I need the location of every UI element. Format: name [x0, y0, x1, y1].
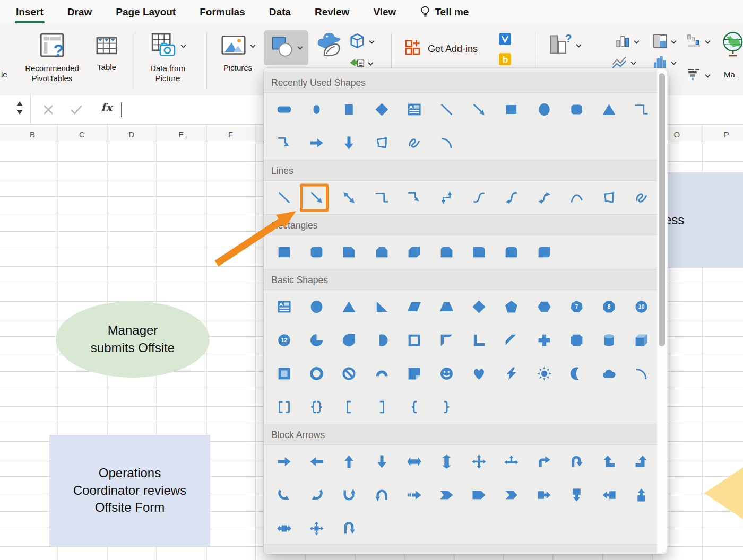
shape-rectangle-2[interactable]: [495, 93, 528, 126]
shape-dodecagon[interactable]: 12: [268, 323, 300, 357]
dropdown-scrollbar[interactable]: [657, 69, 667, 553]
shape-arrow-right[interactable]: [268, 445, 300, 478]
chevron-down-icon[interactable]: [575, 42, 582, 49]
shape-text-box[interactable]: A: [268, 290, 300, 323]
shape-l-shape[interactable]: [463, 323, 495, 357]
column-header-P[interactable]: P: [702, 125, 743, 144]
shape-left-bracket[interactable]: [333, 390, 365, 424]
shape-rounded-rectangle-lg[interactable]: [300, 235, 333, 269]
chevron-down-icon[interactable]: [367, 60, 374, 67]
shape-folded-corner[interactable]: [398, 357, 430, 390]
table-button[interactable]: Table: [89, 32, 124, 73]
data-from-picture-button[interactable]: Data from Picture: [142, 31, 193, 84]
shape-heptagon[interactable]: 7: [560, 290, 593, 323]
shape-round-single-corner[interactable]: [463, 235, 495, 269]
shape-block-arc[interactable]: [366, 357, 398, 390]
maps-button[interactable]: [719, 30, 743, 59]
shape-quad-arrow-callout[interactable]: [300, 512, 333, 545]
shape-curved-arrow-connector[interactable]: [495, 181, 528, 214]
enter-check-icon[interactable]: [70, 104, 83, 116]
shape-line-arrow[interactable]: [300, 181, 333, 214]
funnel-chart-button[interactable]: [686, 67, 711, 85]
column-header-E[interactable]: E: [157, 125, 206, 144]
shape-scribble-2[interactable]: [625, 181, 658, 214]
visio-addin-icon[interactable]: [498, 32, 512, 48]
shape-block-arrow-right[interactable]: [300, 126, 333, 160]
chevron-down-icon[interactable]: [297, 45, 304, 51]
chevron-down-icon[interactable]: [180, 43, 187, 50]
shape-curved-right-arrow[interactable]: [268, 478, 300, 512]
shape-oval[interactable]: [300, 93, 333, 126]
chevron-down-icon[interactable]: [670, 60, 677, 67]
icons-button[interactable]: [314, 30, 345, 63]
shape-chord[interactable]: [366, 323, 398, 357]
shape-line-arrow[interactable]: [463, 93, 495, 126]
shape-freeform-2[interactable]: [593, 181, 625, 214]
chevron-down-icon[interactable]: [704, 39, 711, 46]
flow-rect-operations[interactable]: OperationsCoordinator reviewsOffsite For…: [49, 435, 210, 546]
shape-curved-left-arrow[interactable]: [300, 478, 333, 512]
chevron-down-icon[interactable]: [633, 39, 640, 46]
3d-models-button[interactable]: [348, 32, 375, 52]
shape-left-right-up-arrow[interactable]: [495, 445, 528, 478]
shape-elbow-arrow-connector[interactable]: [398, 181, 430, 214]
shape-diamond[interactable]: [366, 93, 398, 126]
chevron-down-icon[interactable]: [249, 43, 256, 50]
column-chart-button[interactable]: [615, 33, 640, 51]
shape-down-arrow-callout[interactable]: [560, 478, 593, 512]
column-header-D[interactable]: D: [107, 125, 156, 144]
shape-u-turn-down-arrow[interactable]: [333, 512, 365, 545]
pictures-button[interactable]: Pictures: [215, 31, 261, 73]
stepper-down-icon[interactable]: [16, 109, 23, 115]
waterfall-chart-button[interactable]: [686, 33, 711, 51]
chevron-down-icon[interactable]: [670, 39, 677, 46]
shape-snip-diagonal[interactable]: [398, 235, 430, 269]
flow-rect-partial-right[interactable]: ess: [667, 172, 743, 268]
shape-bevel[interactable]: [268, 357, 300, 390]
shape-right-bracket[interactable]: [366, 390, 398, 424]
shape-line[interactable]: [430, 93, 463, 126]
shape-arrow-down[interactable]: [366, 445, 398, 478]
shape-arrow-left-right[interactable]: [398, 445, 430, 478]
shape-line[interactable]: [268, 181, 300, 214]
shape-notched-right-arrow[interactable]: [430, 478, 463, 512]
name-box-stepper[interactable]: [16, 101, 23, 115]
shape-octagon[interactable]: 8: [593, 290, 625, 323]
shape-right-triangle[interactable]: [366, 290, 398, 323]
shape-elbow-arrow-connector[interactable]: [268, 126, 300, 160]
shape-smiley-face[interactable]: [430, 357, 463, 390]
shape-rectangle-lg[interactable]: [268, 235, 300, 269]
menu-tab-review[interactable]: Review: [315, 6, 349, 18]
shape-curved-down-arrow[interactable]: [366, 478, 398, 512]
menu-tab-draw[interactable]: Draw: [67, 6, 92, 18]
shape-hexagon[interactable]: [528, 290, 560, 323]
shape-curved-double-arrow-connector[interactable]: [528, 181, 560, 214]
shape-curve[interactable]: [560, 181, 593, 214]
menu-tab-data[interactable]: Data: [269, 6, 291, 18]
shape-isosceles-triangle[interactable]: [333, 290, 365, 323]
menu-tab-tell-me[interactable]: Tell me: [420, 5, 469, 19]
shape-rectangle[interactable]: [333, 93, 365, 126]
shape-elbow-connector[interactable]: [366, 181, 398, 214]
shape-left-brace[interactable]: [398, 390, 430, 424]
shape-right-arrow-callout[interactable]: [528, 478, 560, 512]
shape-frame[interactable]: [398, 323, 430, 357]
shape-line-arrow-double[interactable]: [333, 181, 365, 214]
shape-heart[interactable]: [463, 357, 495, 390]
shape-u-turn-arrow[interactable]: [560, 445, 593, 478]
flow-diamond-partial[interactable]: [704, 440, 743, 546]
shape-moon[interactable]: [560, 357, 593, 390]
shape-parallelogram[interactable]: [398, 290, 430, 323]
shape-donut[interactable]: [300, 357, 333, 390]
menu-tab-formulas[interactable]: Formulas: [200, 6, 245, 18]
shape-cube[interactable]: [625, 323, 658, 357]
shape-ellipse-lg[interactable]: [300, 290, 333, 323]
column-header-F[interactable]: F: [206, 125, 255, 144]
menu-tab-insert[interactable]: Insert: [16, 6, 44, 18]
flow-ellipse-manager[interactable]: Managersubmits Offsite: [56, 301, 210, 378]
get-addins-button[interactable]: Get Add-ins: [403, 38, 478, 59]
chevron-down-icon[interactable]: [704, 73, 711, 80]
menu-tab-view[interactable]: View: [373, 6, 396, 18]
shape-snip-single-corner[interactable]: [333, 235, 365, 269]
cancel-icon[interactable]: [42, 104, 54, 116]
